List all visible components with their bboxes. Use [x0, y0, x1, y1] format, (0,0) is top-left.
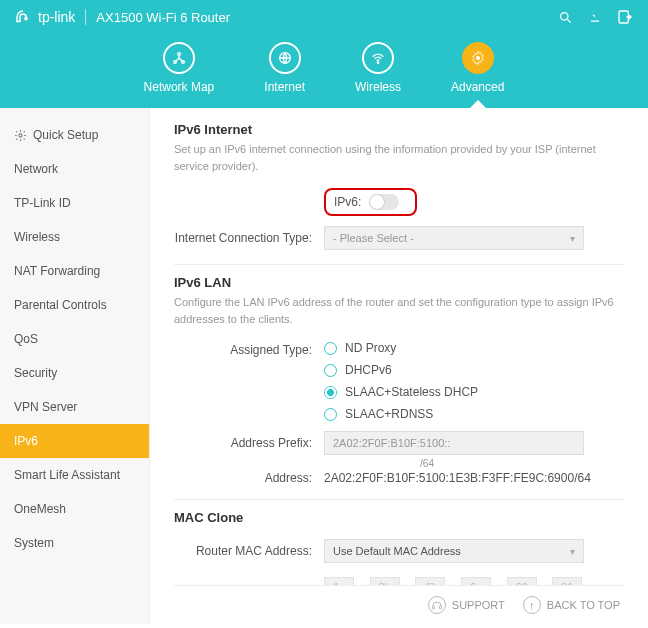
nav-advanced[interactable]: Advanced: [451, 42, 504, 94]
section-divider: [174, 264, 624, 265]
section-divider: [174, 499, 624, 500]
nav-label: Internet: [264, 80, 305, 94]
radio-label: SLAAC+Stateless DHCP: [345, 385, 478, 399]
radio-label: SLAAC+RDNSS: [345, 407, 433, 421]
ipv6-toggle-highlight: IPv6:: [324, 188, 417, 216]
router-mac-label: Router MAC Address:: [174, 544, 324, 558]
assigned-type-radio-group: ND ProxyDHCPv6SLAAC+Stateless DHCPSLAAC+…: [324, 341, 478, 421]
conn-type-select[interactable]: - Please Select - ▾: [324, 226, 584, 250]
conn-type-label: Internet Connection Type:: [174, 231, 324, 245]
ipv6-toggle[interactable]: [369, 194, 399, 210]
brand-logo: tp-link: [14, 8, 75, 26]
prefix-suffix: /64: [420, 458, 434, 469]
back-to-top-button[interactable]: ↑ BACK TO TOP: [523, 596, 620, 614]
svg-point-9: [19, 133, 22, 136]
section-ipv6-internet-desc: Set up an IPv6 internet connection using…: [174, 141, 624, 174]
sidebar-item-qos[interactable]: QoS: [0, 322, 149, 356]
sidebar-item-onemesh[interactable]: OneMesh: [0, 492, 149, 526]
sidebar-item-smart-life-assistant[interactable]: Smart Life Assistant: [0, 458, 149, 492]
sidebar-item-security[interactable]: Security: [0, 356, 149, 390]
nav-internet[interactable]: Internet: [264, 42, 305, 94]
router-mac-select[interactable]: Use Default MAC Address ▾: [324, 539, 584, 563]
brand-divider: [85, 9, 86, 25]
radio-nd-proxy[interactable]: ND Proxy: [324, 341, 478, 355]
conn-type-value: - Please Select -: [333, 232, 414, 244]
back-label: BACK TO TOP: [547, 599, 620, 611]
sidebar-item-ipv6[interactable]: IPv6: [0, 424, 149, 458]
gear-icon: [14, 129, 27, 142]
sidebar-item-system[interactable]: System: [0, 526, 149, 560]
logout-icon[interactable]: [616, 8, 634, 26]
sidebar-item-tp-link-id[interactable]: TP-Link ID: [0, 186, 149, 220]
nav-label: Advanced: [451, 80, 504, 94]
address-prefix-input[interactable]: [324, 431, 584, 455]
sidebar-item-wireless[interactable]: Wireless: [0, 220, 149, 254]
radio-slaac-rdnss[interactable]: SLAAC+RDNSS: [324, 407, 478, 421]
radio-icon: [324, 386, 337, 399]
radio-icon: [324, 408, 337, 421]
radio-label: DHCPv6: [345, 363, 392, 377]
main-nav: Network Map Internet Wireless Advanced: [0, 34, 648, 108]
brand-name: tp-link: [38, 9, 75, 25]
address-prefix-label: Address Prefix:: [174, 436, 324, 450]
sidebar-item-network[interactable]: Network: [0, 152, 149, 186]
radio-slaac-stateless-dhcp[interactable]: SLAAC+Stateless DHCP: [324, 385, 478, 399]
search-icon[interactable]: [556, 8, 574, 26]
download-icon[interactable]: [586, 8, 604, 26]
chevron-down-icon: ▾: [570, 546, 575, 557]
svg-rect-10: [432, 606, 434, 609]
nav-network-map[interactable]: Network Map: [144, 42, 215, 94]
section-ipv6-lan-desc: Configure the LAN IPv6 address of the ro…: [174, 294, 624, 327]
sidebar-item-nat-forwarding[interactable]: NAT Forwarding: [0, 254, 149, 288]
radio-icon: [324, 364, 337, 377]
address-value: 2A02:2F0F:B10F:5100:1E3B:F3FF:FE9C:6900/…: [324, 471, 591, 485]
radio-icon: [324, 342, 337, 355]
radio-dhcpv6[interactable]: DHCPv6: [324, 363, 478, 377]
product-name: AX1500 Wi-Fi 6 Router: [96, 10, 230, 25]
section-mac-clone-title: MAC Clone: [174, 510, 624, 525]
support-button[interactable]: SUPPORT: [428, 596, 505, 614]
sidebar-item-vpn-server[interactable]: VPN Server: [0, 390, 149, 424]
sidebar: Quick SetupNetworkTP-Link IDWirelessNAT …: [0, 108, 150, 624]
nav-wireless[interactable]: Wireless: [355, 42, 401, 94]
section-ipv6-internet-title: IPv6 Internet: [174, 122, 624, 137]
svg-point-0: [25, 17, 27, 19]
sidebar-item-quick-setup[interactable]: Quick Setup: [0, 118, 149, 152]
support-label: SUPPORT: [452, 599, 505, 611]
chevron-down-icon: ▾: [570, 233, 575, 244]
svg-point-8: [476, 56, 480, 60]
sidebar-item-parental-controls[interactable]: Parental Controls: [0, 288, 149, 322]
svg-point-3: [178, 53, 181, 56]
radio-label: ND Proxy: [345, 341, 396, 355]
address-label: Address:: [174, 471, 324, 485]
ipv6-toggle-label: IPv6:: [334, 195, 361, 209]
section-ipv6-lan-title: IPv6 LAN: [174, 275, 624, 290]
svg-point-1: [560, 12, 568, 20]
nav-label: Wireless: [355, 80, 401, 94]
svg-rect-11: [439, 606, 441, 609]
assigned-type-label: Assigned Type:: [174, 341, 324, 357]
nav-label: Network Map: [144, 80, 215, 94]
support-icon: [428, 596, 446, 614]
arrow-up-icon: ↑: [523, 596, 541, 614]
router-mac-value: Use Default MAC Address: [333, 545, 461, 557]
svg-point-7: [377, 62, 378, 63]
